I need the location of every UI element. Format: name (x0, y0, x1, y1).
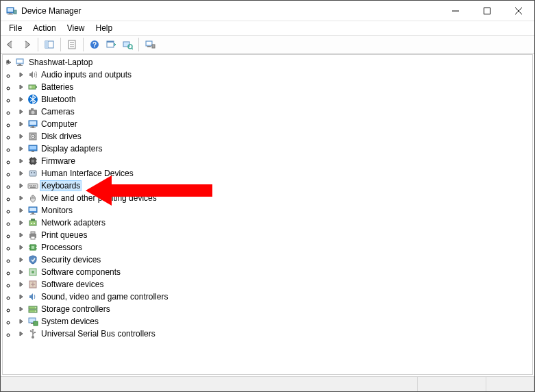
expand-icon[interactable] (16, 267, 26, 277)
svg-rect-79 (31, 232, 35, 234)
tree-node-disk[interactable]: Disk drives (16, 130, 531, 143)
expand-icon[interactable] (16, 280, 26, 289)
tree-node-monitors[interactable]: Monitors (16, 204, 531, 217)
tree-node-cameras[interactable]: Cameras (16, 106, 531, 118)
tree-node-system[interactable]: System devices (16, 315, 531, 328)
statusbar (1, 376, 534, 391)
window-title: Device Manager (21, 6, 440, 16)
tree-node-label: Processors (40, 243, 84, 252)
svg-rect-33 (29, 86, 32, 88)
toolbar: ? (1, 35, 534, 54)
tree-node-audio[interactable]: Audio inputs and outputs (16, 69, 531, 81)
tree-node-label: Monitors (40, 206, 74, 215)
expand-icon[interactable] (16, 70, 26, 79)
maximize-button[interactable] (471, 1, 503, 21)
expand-icon[interactable] (16, 156, 26, 166)
tree-node-processors[interactable]: Processors (16, 241, 531, 254)
tree-node-label: Keyboards (40, 180, 82, 191)
expand-icon[interactable] (16, 119, 26, 129)
menu-action[interactable]: Action (27, 23, 61, 34)
device-tree-pane[interactable]: Shashwat-Laptop Audio inputs and outputs… (2, 54, 533, 375)
svg-text:?: ? (92, 41, 97, 49)
expand-icon[interactable] (16, 132, 26, 141)
tree-node-display[interactable]: Display adapters (16, 143, 531, 155)
expand-icon[interactable] (16, 329, 26, 339)
tree-node-sound[interactable]: Sound, video and game controllers (16, 291, 531, 303)
expand-icon[interactable] (16, 304, 26, 314)
device-manager-window: Device Manager File Action View Help (0, 0, 535, 392)
tree-node-keyboards[interactable]: Keyboards (16, 180, 531, 192)
svg-point-76 (31, 223, 32, 224)
collapse-icon[interactable] (4, 58, 14, 67)
expand-icon[interactable] (16, 230, 26, 240)
tree-node-hid[interactable]: Human Interface Devices (16, 167, 531, 180)
tree-node-mice[interactable]: Mice and other pointing devices (16, 192, 531, 204)
tree-node-security[interactable]: Security devices (16, 254, 531, 266)
tree-node-computer[interactable]: Computer (16, 118, 531, 130)
expand-icon[interactable] (16, 169, 26, 178)
expand-icon[interactable] (16, 317, 26, 326)
menu-file[interactable]: File (3, 23, 27, 34)
expand-icon[interactable] (16, 181, 26, 191)
toolbar-refresh-pane-button[interactable] (103, 37, 119, 52)
speaker-icon (27, 69, 38, 80)
svg-point-88 (32, 271, 34, 273)
computer-icon (15, 57, 26, 68)
expand-icon[interactable] (16, 144, 26, 154)
expand-icon[interactable] (16, 255, 26, 265)
tree-node-storage[interactable]: Storage controllers (16, 303, 531, 315)
tree-root-node[interactable]: Shashwat-Laptop (4, 56, 531, 69)
toolbar-separator (138, 38, 139, 51)
svg-rect-74 (29, 221, 36, 225)
tree-node-bluetooth[interactable]: Bluetooth (16, 93, 531, 106)
svg-rect-60 (34, 172, 35, 173)
close-button[interactable] (503, 1, 534, 21)
tree-node-label: Mice and other pointing devices (40, 193, 158, 203)
expand-icon[interactable] (16, 107, 26, 117)
expand-icon[interactable] (16, 95, 26, 104)
toolbar-properties-button[interactable] (64, 37, 80, 52)
expand-icon[interactable] (16, 82, 26, 92)
expand-icon[interactable] (16, 292, 26, 302)
system-icon (27, 316, 38, 327)
svg-rect-71 (29, 208, 36, 211)
svg-rect-41 (30, 127, 36, 128)
toolbar-scan-button[interactable] (119, 37, 136, 52)
tree-node-label: Sound, video and game controllers (40, 292, 169, 302)
svg-point-44 (32, 136, 34, 137)
expand-icon[interactable] (16, 193, 26, 203)
toolbar-show-hide-button[interactable] (41, 37, 58, 52)
svg-rect-3 (8, 14, 13, 14)
tree-node-swcomp[interactable]: Software components (16, 266, 531, 278)
expand-icon[interactable] (16, 243, 26, 252)
cpu-icon (27, 242, 38, 253)
tree-node-label: Storage controllers (40, 304, 112, 314)
toolbar-forward-button[interactable] (18, 37, 35, 52)
expand-icon[interactable] (16, 206, 26, 215)
menu-view[interactable]: View (62, 23, 90, 34)
expand-icon[interactable] (16, 218, 26, 228)
toolbar-back-button[interactable] (2, 37, 18, 52)
svg-rect-30 (17, 65, 23, 66)
tree-node-network[interactable]: Network adapters (16, 217, 531, 229)
minimize-button[interactable] (440, 1, 471, 21)
help-icon: ? (89, 39, 100, 50)
menu-help[interactable]: Help (90, 23, 119, 34)
svg-rect-19 (107, 41, 114, 42)
properties-icon (66, 39, 77, 50)
svg-rect-47 (32, 151, 34, 152)
display-icon (27, 143, 38, 154)
forward-arrow-icon (21, 39, 32, 50)
svg-rect-2 (9, 13, 12, 14)
tree-node-printq[interactable]: Print queues (16, 229, 531, 241)
svg-rect-4 (14, 10, 16, 14)
toolbar-help-button[interactable]: ? (86, 37, 103, 52)
tree-node-batteries[interactable]: Batteries (16, 81, 531, 93)
tree-node-firmware[interactable]: Firmware (16, 155, 531, 167)
tree-node-swdev[interactable]: Software devices (16, 278, 531, 291)
tree-node-usb[interactable]: Universal Serial Bus controllers (16, 328, 531, 340)
tree-children: Audio inputs and outputsBatteriesBluetoo… (4, 69, 531, 340)
toolbar-devices-button[interactable] (142, 37, 158, 52)
swdev-icon (27, 279, 38, 290)
tree-node-label: Software devices (40, 280, 105, 289)
